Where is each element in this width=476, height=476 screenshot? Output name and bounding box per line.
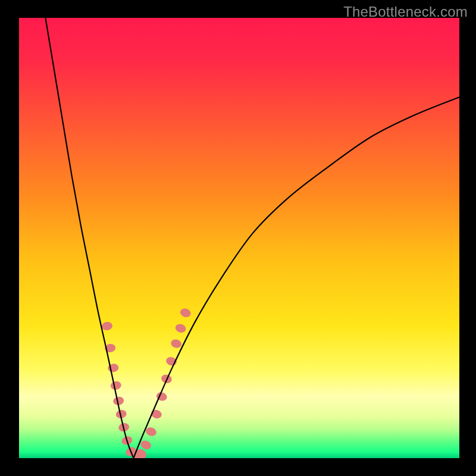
curve-layer <box>19 18 459 458</box>
curve-right-branch <box>133 97 459 458</box>
curve-marker <box>139 439 152 451</box>
plot-area <box>19 18 459 458</box>
curve-marker <box>101 321 113 331</box>
curve-marker <box>174 322 187 334</box>
curve-marker <box>145 426 158 437</box>
curve-marker <box>110 381 122 391</box>
curve-left-branch <box>45 18 133 458</box>
curve-marker <box>170 338 183 349</box>
curve-marker <box>179 307 192 318</box>
chart-frame: TheBottleneck.com <box>0 0 476 476</box>
marker-group <box>101 307 192 458</box>
